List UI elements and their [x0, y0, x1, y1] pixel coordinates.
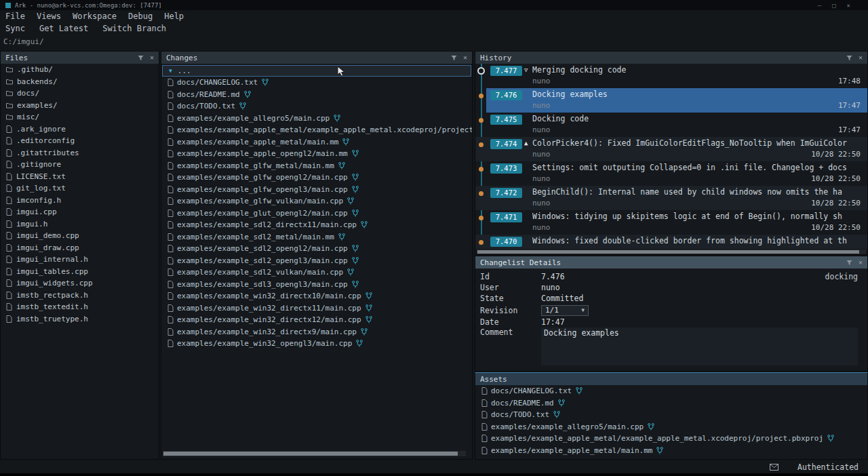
file-tree-item[interactable]: imgui.cpp [1, 206, 159, 218]
filter-icon[interactable] [451, 55, 457, 61]
file-tree-item[interactable]: imgui_demo.cpp [1, 230, 159, 242]
file-icon [6, 208, 12, 216]
file-tree-item[interactable]: imgui.h [1, 218, 159, 231]
change-row[interactable]: examples/example_win32_directx11/main.cp… [161, 302, 472, 315]
file-tree-item[interactable]: imgui_tables.cpp [1, 266, 159, 278]
file-tree-item[interactable]: misc/ [1, 111, 159, 123]
minimize-icon[interactable]: – [818, 2, 821, 9]
scrollbar-thumb[interactable] [477, 250, 859, 254]
asset-row[interactable]: docs/TODO.txt [475, 409, 867, 421]
file-tree-item[interactable]: .ark_ignore [1, 123, 159, 136]
mail-icon [770, 464, 778, 471]
history-entry[interactable]: 7.474 ▲ ColorPicker4(): Fixed ImGuiColor… [475, 137, 867, 161]
filter-icon[interactable] [846, 55, 852, 61]
history-entry[interactable]: 7.475 Docking code nuno 17:47 [475, 113, 867, 137]
asset-row[interactable]: examples/example_allegro5/main.cpp [475, 421, 867, 433]
change-row[interactable]: examples/example_allegro5/main.cpp [161, 113, 472, 125]
change-row[interactable]: docs/TODO.txt [161, 100, 472, 113]
file-icon [167, 197, 174, 205]
history-entry[interactable]: 7.471 Windows: tidying up skipitems logi… [475, 210, 867, 235]
change-row[interactable]: examples/example_sdl2_opengl2/main.cpp [161, 243, 472, 255]
file-name: imgui_widgets.cpp [16, 279, 93, 287]
file-tree-item[interactable]: imgui_internal.h [1, 254, 159, 266]
file-tree-item[interactable]: imstb_truetype.h [1, 313, 159, 325]
file-name: imgui_internal.h [16, 255, 88, 264]
file-tree-item[interactable]: .gitignore [1, 159, 159, 171]
maximize-icon[interactable]: □ [832, 2, 835, 9]
field-value: Committed [541, 294, 583, 303]
toolbar-button[interactable]: Get Latest [39, 24, 88, 33]
revision-dropdown[interactable]: 1/1 ▼ [541, 305, 589, 316]
filter-icon[interactable] [846, 260, 852, 266]
file-tree-item[interactable]: LICENSE.txt [1, 171, 159, 183]
file-tree-item[interactable]: .github/ [1, 64, 159, 76]
horizontal-scrollbar[interactable] [477, 250, 866, 254]
close-icon[interactable]: ✕ [847, 2, 850, 9]
change-row[interactable]: examples/example_win32_opengl3/main.cpp [161, 338, 472, 350]
change-row[interactable]: docs/README.md [161, 89, 472, 101]
change-row[interactable]: examples/example_sdl2_directx11/main.cpp [161, 219, 472, 231]
file-tree-item[interactable]: imgui_widgets.cpp [1, 277, 159, 290]
field-value: 17:47 [541, 317, 565, 327]
change-row[interactable]: examples/example_glut_opengl2/main.cpp [161, 207, 472, 220]
asset-row[interactable]: examples/example_apple_metal/example_app… [475, 433, 867, 445]
menu-item[interactable]: File [5, 12, 25, 21]
file-tree-item[interactable]: .editorconfig [1, 135, 159, 147]
change-row[interactable]: examples/example_glfw_opengl2/main.cpp [161, 172, 472, 184]
change-row[interactable]: examples/example_apple_opengl2/main.mm [161, 148, 472, 160]
asset-row[interactable]: examples/example_apple_metal/main.mm [475, 445, 867, 457]
auth-status: Authenticated [797, 462, 859, 472]
file-tree-item[interactable]: examples/ [1, 100, 159, 112]
horizontal-scrollbar[interactable] [163, 451, 466, 456]
file-icon [6, 161, 12, 168]
file-tree-item[interactable]: imconfig.h [1, 195, 159, 207]
close-panel-icon[interactable]: ✕ [463, 54, 467, 61]
toolbar-button[interactable]: Switch Branch [102, 24, 166, 33]
file-tree-item[interactable]: git_log.txt [1, 182, 159, 195]
toolbar-button[interactable]: Sync [5, 24, 25, 33]
change-row[interactable]: examples/example_win32_directx10/main.cp… [161, 290, 472, 302]
menu-item[interactable]: Debug [128, 12, 153, 21]
change-row[interactable]: examples/example_apple_metal/example_app… [161, 124, 472, 136]
details-panel-title: Changelist Details [480, 258, 561, 267]
menu-item[interactable]: Help [164, 12, 184, 21]
history-entry[interactable]: 7.476 Docking examples nuno 17:47 [475, 88, 867, 113]
file-tree-item[interactable]: imstb_textedit.h [1, 301, 159, 313]
change-row[interactable]: examples/example_apple_metal/main.mm [161, 136, 472, 148]
asset-row[interactable]: docs/README.md [475, 397, 867, 410]
file-tree-item[interactable]: .gitattributes [1, 147, 159, 159]
file-tree-item[interactable]: imgui_draw.cpp [1, 242, 159, 254]
change-row[interactable]: examples/example_sdl3_opengl3/main.cpp [161, 279, 472, 291]
change-row[interactable]: examples/example_sdl2_vulkan/main.cpp [161, 266, 472, 279]
commit-message: ColorPicker4(): Fixed ImGuiColorEditFlag… [532, 138, 866, 148]
changes-root-row[interactable]: ▼ ... [162, 65, 471, 77]
change-row[interactable]: examples/example_glfw_opengl3/main.cpp [161, 184, 472, 196]
file-tree-item[interactable]: backends/ [1, 76, 159, 88]
history-entry[interactable]: 7.477 ▽ Merging docking code nuno 17:48 [475, 64, 867, 88]
menu-item[interactable]: Views [37, 12, 61, 21]
close-panel-icon[interactable]: ✕ [859, 259, 863, 266]
close-panel-icon[interactable]: ✕ [150, 54, 154, 61]
change-row[interactable]: docs/CHANGELOG.txt [161, 77, 472, 89]
change-row[interactable]: examples/example_glfw_vulkan/main.cpp [161, 195, 472, 207]
comment-box[interactable]: Docking examples [541, 328, 858, 365]
close-panel-icon[interactable]: ✕ [859, 54, 863, 61]
change-row[interactable]: examples/example_win32_directx9/main.cpp [161, 326, 472, 338]
scrollbar-thumb[interactable] [163, 452, 458, 456]
change-row[interactable]: examples/example_glfw_metal/main.mm [161, 160, 472, 172]
history-entry[interactable]: 7.473 Settings: omit outputing Collapsed… [475, 161, 867, 186]
branch-icon [352, 257, 359, 264]
asset-row[interactable]: docs/CHANGELOG.txt [475, 385, 867, 397]
filter-icon[interactable] [138, 55, 144, 61]
history-entry[interactable]: 7.470 Windows: fixed double-clicked bord… [475, 235, 867, 249]
history-entry[interactable]: 7.472 BeginChild(): Internal name used b… [475, 186, 867, 210]
commit-time: 17:48 [838, 77, 861, 85]
chevron-down-icon[interactable]: ▼ [169, 68, 172, 74]
file-tree-item[interactable]: docs/ [1, 87, 159, 100]
change-row[interactable]: examples/example_win32_directx12/main.cp… [161, 314, 472, 326]
menu-item[interactable]: Workspace [73, 12, 117, 21]
change-row[interactable]: examples/example_sdl2_metal/main.mm [161, 231, 472, 243]
file-tree-item[interactable]: imstb_rectpack.h [1, 290, 159, 302]
change-row[interactable]: examples/example_sdl2_opengl3/main.cpp [161, 255, 472, 267]
file-name: .gitattributes [16, 148, 79, 157]
